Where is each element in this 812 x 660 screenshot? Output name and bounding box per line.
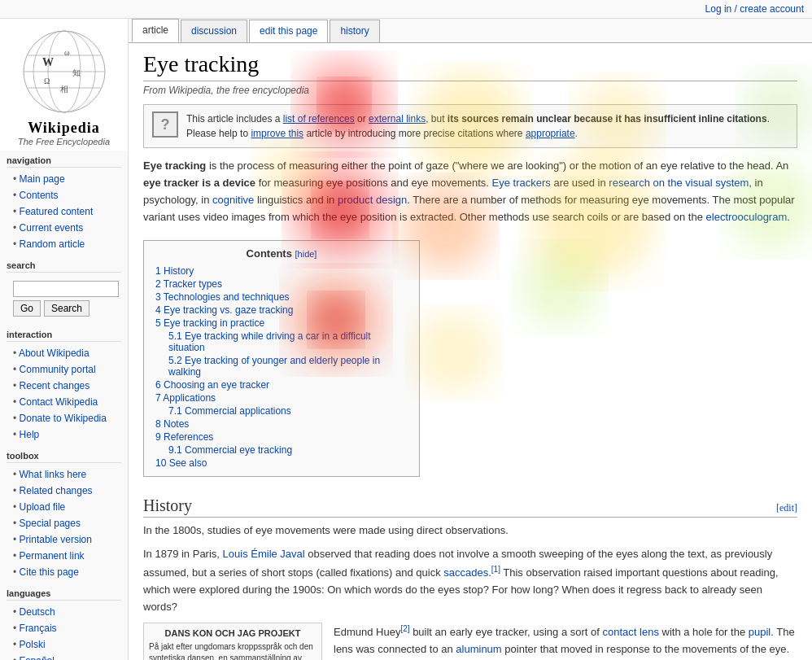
notice-text: This article includes a list of referenc… xyxy=(186,111,788,141)
wikipedia-logo: W ω 知 Ω 相 xyxy=(20,27,109,116)
toolbox-section: toolbox What links here Related changes … xyxy=(0,446,128,584)
sidebar-item-permanent-link[interactable]: Permanent link xyxy=(7,548,121,564)
sidebar-item-related-changes[interactable]: Related changes xyxy=(7,483,121,499)
image-caption-text: På jakt efter ungdomars kroppsspråk och … xyxy=(149,641,317,660)
eye-tracking-bold: Eye tracking xyxy=(143,160,206,172)
interaction-title: interaction xyxy=(7,330,121,342)
toc-title: Contents [hide] xyxy=(155,247,408,260)
javal-link[interactable]: Louis Émile Javal xyxy=(223,548,305,560)
product-design-link[interactable]: product design xyxy=(338,194,407,206)
svg-text:Ω: Ω xyxy=(44,76,50,85)
toolbox-title: toolbox xyxy=(7,451,121,463)
sidebar-item-community-portal[interactable]: Community portal xyxy=(7,361,121,378)
sidebar-item-contact-wikipedia[interactable]: Contact Wikipedia xyxy=(7,394,121,410)
sidebar-item-special-pages[interactable]: Special pages xyxy=(7,515,121,531)
interaction-section: interaction About Wikipedia Community po… xyxy=(0,325,128,446)
logo-area: W ω 知 Ω 相 Wikipedia The Free Encyclopedi… xyxy=(0,19,128,151)
notice-link-references[interactable]: list of references xyxy=(283,113,355,125)
history-edit-link[interactable]: [edit] xyxy=(776,502,797,514)
svg-point-25 xyxy=(519,247,600,328)
sidebar-item-espanol[interactable]: Español xyxy=(7,653,121,660)
languages-title: languages xyxy=(7,588,121,601)
search-title: search xyxy=(7,260,121,273)
sidebar: W ω 知 Ω 相 Wikipedia The Free Encyclopedi… xyxy=(0,19,129,660)
pupil-link[interactable]: pupil xyxy=(749,626,771,638)
search-button[interactable]: Search xyxy=(44,300,89,317)
tab-edit-this-page[interactable]: edit this page xyxy=(249,20,328,42)
notice-link-external[interactable]: external links xyxy=(369,113,426,125)
top-bar: Log in / create account xyxy=(0,0,812,19)
sidebar-item-upload-file[interactable]: Upload file xyxy=(7,499,121,515)
toc-item-2: 2 Tracker types xyxy=(155,278,408,291)
toc-item-5-1: 5.1 Eye tracking while driving a car in … xyxy=(155,330,408,354)
dans-image-box: DANS KON OCH JAG PROJEKT På jakt efter u… xyxy=(143,623,322,660)
sidebar-item-main-page[interactable]: Main page xyxy=(7,171,121,187)
toc-item-4: 4 Eye tracking vs. gaze tracking xyxy=(155,304,408,317)
sidebar-item-contents[interactable]: Contents xyxy=(7,187,121,203)
sidebar-item-printable-version[interactable]: Printable version xyxy=(7,531,121,548)
svg-text:相: 相 xyxy=(60,85,68,94)
sidebar-item-deutsch[interactable]: Deutsch xyxy=(7,604,121,620)
svg-text:ω: ω xyxy=(64,48,70,57)
history-para-2: In 1879 in Paris, Louis Émile Javal obse… xyxy=(143,546,797,616)
ref-1-link[interactable]: [1] xyxy=(491,565,500,574)
tabs-bar: article discussion edit this page histor… xyxy=(129,19,812,43)
sidebar-item-what-links-here[interactable]: What links here xyxy=(7,466,121,483)
toc-box: Contents [hide] 1 History 2 Tracker type… xyxy=(143,240,420,477)
huey-paragraph: Edmund Huey[2] built an early eye tracke… xyxy=(334,623,797,660)
toc-hide-button[interactable]: [hide] xyxy=(295,249,317,259)
logo-subtitle: The Free Encyclopedia xyxy=(4,137,124,146)
languages-section: languages Deutsch Français Polski Españo… xyxy=(0,584,128,660)
tab-discussion[interactable]: discussion xyxy=(181,20,247,42)
sidebar-item-featured-content[interactable]: Featured content xyxy=(7,203,121,220)
article-intro: Eye tracking is the process of measuring… xyxy=(143,158,797,225)
contact-lens-link[interactable]: contact lens xyxy=(603,626,659,638)
research-link[interactable]: research on the visual system xyxy=(609,177,749,189)
bottom-section: DANS KON OCH JAG PROJEKT På jakt efter u… xyxy=(143,623,797,660)
sidebar-item-help[interactable]: Help xyxy=(7,426,121,443)
toc-item-1: 1 History xyxy=(155,264,408,278)
toc-item-5-2: 5.2 Eye tracking of younger and elderly … xyxy=(155,354,408,378)
eye-tracker-bold: eye tracker is a device xyxy=(143,177,255,189)
electrooculogram-link[interactable]: electrooculogram xyxy=(706,211,788,223)
sidebar-item-recent-changes[interactable]: Recent changes xyxy=(7,378,121,394)
aluminum-link[interactable]: aluminum xyxy=(456,643,501,655)
eye-trackers-link[interactable]: Eye trackers xyxy=(492,177,551,189)
toc-item-9-1: 9.1 Commercial eye tracking xyxy=(155,444,408,457)
sidebar-item-francais[interactable]: Français xyxy=(7,620,121,636)
from-wikipedia: From Wikipedia, the free encyclopedia xyxy=(143,85,797,96)
ref-2-link[interactable]: [2] xyxy=(400,624,409,633)
toc-item-8: 8 Notes xyxy=(155,417,408,431)
toc-item-7-1: 7.1 Commercial applications xyxy=(155,404,408,417)
toc-item-7: 7 Applications xyxy=(155,391,408,404)
svg-point-24 xyxy=(413,312,495,393)
history-para-1: In the 1800s, studies of eye movements w… xyxy=(143,522,797,540)
search-section: search Go Search xyxy=(0,256,128,325)
search-box: Go Search xyxy=(7,276,121,321)
sidebar-item-donate[interactable]: Donate to Wikipedia xyxy=(7,410,121,426)
sidebar-item-cite-this-page[interactable]: Cite this page xyxy=(7,564,121,580)
search-input[interactable] xyxy=(13,281,119,297)
toc-item-3: 3 Technologies and techniques xyxy=(155,291,408,304)
toc-item-5: 5 Eye tracking in practice xyxy=(155,317,408,330)
cognitive-link[interactable]: cognitive xyxy=(212,194,254,206)
saccades-link[interactable]: saccades xyxy=(443,566,488,579)
navigation-title: navigation xyxy=(7,155,121,168)
sidebar-item-random-article[interactable]: Random article xyxy=(7,236,121,252)
tab-history[interactable]: history xyxy=(330,20,379,42)
sidebar-item-current-events[interactable]: Current events xyxy=(7,220,121,236)
login-link[interactable]: Log in / create account xyxy=(705,3,804,15)
tab-article[interactable]: article xyxy=(132,19,179,42)
image-caption-title: DANS KON OCH JAG PROJEKT xyxy=(149,628,317,638)
svg-text:W: W xyxy=(42,56,54,68)
history-section-title: History [edit] xyxy=(143,496,797,518)
sidebar-item-about-wikipedia[interactable]: About Wikipedia xyxy=(7,345,121,361)
toc-item-6: 6 Choosing an eye tracker xyxy=(155,378,408,391)
go-button[interactable]: Go xyxy=(13,300,41,317)
article-title: Eye tracking xyxy=(143,51,797,81)
notice-link-improve[interactable]: improve this xyxy=(251,128,303,139)
main-content: article discussion edit this page histor… xyxy=(129,19,812,660)
logo-title: Wikipedia xyxy=(4,120,124,137)
sidebar-item-polski[interactable]: Polski xyxy=(7,636,121,653)
notice-link-appropriate[interactable]: appropriate xyxy=(526,128,575,139)
